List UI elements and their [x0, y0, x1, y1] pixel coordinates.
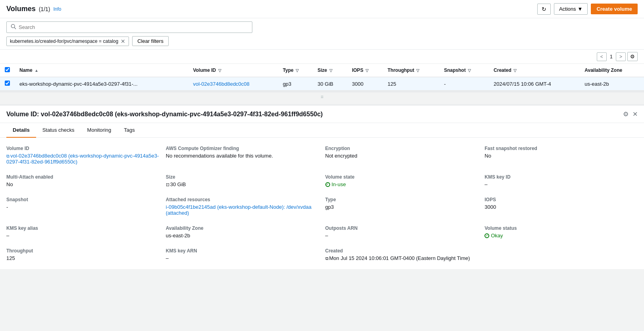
filter-tag: kubernetes.io/created-for/pvc/namespace … — [6, 37, 129, 46]
select-all-checkbox[interactable] — [5, 67, 10, 72]
tab-status-checks[interactable]: Status checks — [36, 123, 81, 138]
kms-key-id-label: KMS key ID — [484, 174, 638, 180]
col-iops[interactable]: IOPS ▽ — [347, 64, 383, 77]
outposts-arn-label: Outposts ARN — [325, 225, 479, 231]
col-size[interactable]: Size ▽ — [313, 64, 347, 77]
multi-attach-value: No — [6, 181, 160, 187]
col-created[interactable]: Created ▽ — [489, 64, 580, 77]
field-volume-state: Volume state In-use — [325, 174, 479, 187]
row-volume-id[interactable]: vol-02e3746bd8edc0c08 — [188, 77, 278, 90]
col-name[interactable]: Name ▲ — [15, 64, 188, 77]
snapshot-sort-icon: ▽ — [468, 68, 471, 73]
detail-header: Volume ID: vol-02e3746bd8edc0c08 (eks-wo… — [0, 106, 644, 123]
top-bar-left: Volumes (1/1) Info — [6, 5, 62, 13]
settings-icon: ⚙ — [630, 54, 635, 60]
refresh-icon: ↻ — [542, 6, 546, 12]
detail-close-button[interactable]: ✕ — [632, 110, 638, 118]
table-settings-button[interactable]: ⚙ — [627, 52, 638, 61]
row-checkbox-cell[interactable] — [0, 77, 15, 90]
snapshot-detail-label: Snapshot — [6, 197, 160, 202]
row-iops: 3000 — [347, 77, 383, 90]
row-name: eks-workshop-dynamic-pvc-4914a5e3-0297-4… — [15, 77, 188, 90]
fast-snapshot-label: Fast snapshot restored — [484, 146, 638, 151]
table-header-row: Name ▲ Volume ID ▽ Type ▽ Size ▽ IOPS — [0, 64, 644, 77]
volumes-table: Name ▲ Volume ID ▽ Type ▽ Size ▽ IOPS — [0, 64, 644, 90]
field-fast-snapshot: Fast snapshot restored No — [484, 146, 638, 165]
field-attached-resources: Attached resources i-09b05c4f1be2145ad (… — [166, 197, 319, 216]
pagination-prev-button[interactable]: < — [597, 52, 607, 61]
field-encryption: Encryption Not encrypted — [325, 146, 479, 165]
pagination-next-button[interactable]: > — [616, 52, 626, 61]
panel-resize-handle[interactable]: ≡ — [0, 92, 644, 101]
tab-details[interactable]: Details — [6, 123, 36, 138]
size-sort-icon: ▽ — [329, 68, 333, 73]
info-link[interactable]: Info — [53, 6, 61, 12]
filter-tag-remove-icon[interactable]: ✕ — [121, 38, 125, 44]
detail-content: Volume ID ⧉vol-02e3746bd8edc0c08 (eks-wo… — [0, 138, 644, 269]
aws-optimizer-label: AWS Compute Optimizer finding — [166, 146, 319, 151]
clear-filters-button[interactable]: Clear filters — [132, 36, 169, 46]
row-throughput: 125 — [383, 77, 439, 90]
field-size: Size ⊡30 GiB — [166, 174, 319, 187]
created-copy-icon: ⧉ — [325, 256, 329, 261]
scroll-indicator — [0, 90, 644, 92]
tab-tags[interactable]: Tags — [117, 123, 141, 138]
size-icon: ⊡ — [166, 182, 169, 187]
col-snapshot[interactable]: Snapshot ▽ — [439, 64, 489, 77]
search-icon — [11, 24, 16, 31]
az-detail-value: us-east-2b — [166, 233, 319, 239]
page-title: Volumes — [6, 5, 36, 13]
kms-key-alias-label: KMS key alias — [6, 225, 160, 231]
actions-button[interactable]: Actions ▼ — [554, 3, 588, 15]
detail-panel: Volume ID: vol-02e3746bd8edc0c08 (eks-wo… — [0, 104, 644, 269]
col-az: Availability Zone — [580, 64, 644, 77]
volume-state-label: Volume state — [325, 174, 479, 180]
volume-id-sort-icon: ▽ — [218, 68, 221, 73]
search-box-container — [6, 21, 252, 33]
field-throughput: Throughput 125 — [6, 248, 160, 261]
svg-line-1 — [14, 27, 16, 29]
field-kms-key-alias: KMS key alias – — [6, 225, 160, 239]
top-bar-right: ↻ Actions ▼ Create volume — [537, 3, 638, 15]
kms-key-arn-value: – — [166, 255, 319, 261]
attached-resources-label: Attached resources — [166, 197, 319, 202]
search-input[interactable] — [19, 24, 248, 30]
throughput-detail-label: Throughput — [6, 248, 160, 254]
search-filter-bar: kubernetes.io/created-for/pvc/namespace … — [0, 18, 644, 50]
detail-header-icons: ⚙ ✕ — [623, 110, 638, 118]
actions-arrow-icon: ▼ — [578, 6, 583, 12]
iops-sort-icon: ▽ — [365, 68, 369, 73]
col-volume-id[interactable]: Volume ID ▽ — [188, 64, 278, 77]
col-type[interactable]: Type ▽ — [278, 64, 313, 77]
row-checkbox[interactable] — [5, 81, 10, 86]
select-all-header[interactable] — [0, 64, 15, 77]
row-size: 30 GiB — [313, 77, 347, 90]
close-icon: ✕ — [632, 111, 638, 117]
volume-count: (1/1) — [39, 6, 50, 12]
volume-id-value[interactable]: ⧉vol-02e3746bd8edc0c08 (eks-workshop-dyn… — [6, 153, 160, 165]
row-snapshot: - — [439, 77, 489, 90]
filter-row: kubernetes.io/created-for/pvc/namespace … — [6, 36, 638, 46]
detail-tabs: Details Status checks Monitoring Tags — [0, 123, 644, 138]
size-value: ⊡30 GiB — [166, 181, 319, 187]
detail-settings-button[interactable]: ⚙ — [623, 110, 629, 118]
top-bar: Volumes (1/1) Info ↻ Actions ▼ Create vo… — [0, 0, 644, 18]
in-use-status-icon — [325, 182, 330, 187]
row-type: gp3 — [278, 77, 313, 90]
tab-monitoring[interactable]: Monitoring — [81, 123, 118, 138]
created-sort-icon: ▽ — [513, 68, 517, 73]
create-volume-button[interactable]: Create volume — [591, 4, 638, 14]
iops-detail-label: IOPS — [484, 197, 638, 202]
table-row[interactable]: eks-workshop-dynamic-pvc-4914a5e3-0297-4… — [0, 77, 644, 90]
field-volume-id: Volume ID ⧉vol-02e3746bd8edc0c08 (eks-wo… — [6, 146, 160, 165]
fast-snapshot-value: No — [484, 153, 638, 159]
copy-icon: ⧉ — [6, 154, 10, 158]
refresh-button[interactable]: ↻ — [537, 4, 551, 15]
throughput-sort-icon: ▽ — [416, 68, 419, 73]
type-detail-label: Type — [325, 197, 479, 202]
col-throughput[interactable]: Throughput ▽ — [383, 64, 439, 77]
actions-label: Actions — [559, 6, 576, 12]
field-kms-key-arn: KMS key ARN – — [166, 248, 319, 261]
kms-key-alias-value: – — [6, 233, 160, 239]
attached-resources-value[interactable]: i-09b05c4f1be2145ad (eks-workshop-defaul… — [166, 204, 319, 216]
